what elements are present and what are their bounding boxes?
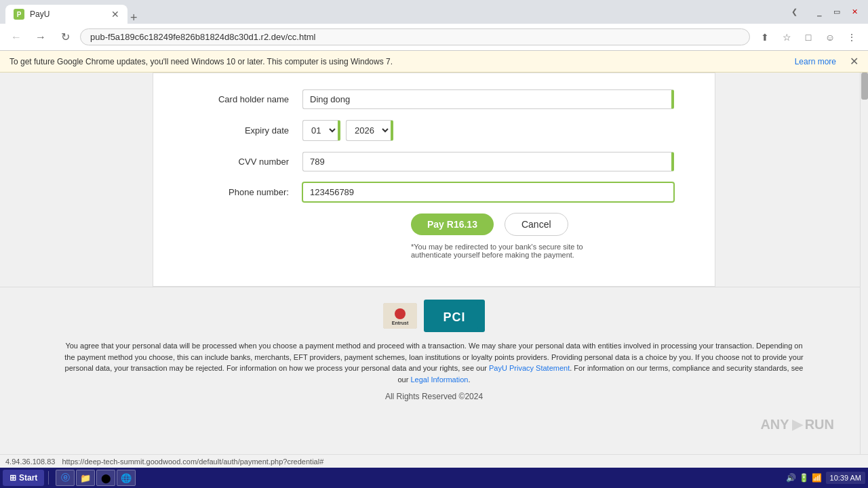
svg-text:PCI: PCI [443,310,465,324]
cvv-label: CVV number [194,157,302,167]
cardholder-row: Card holder name [153,89,715,109]
copyright: All Rights Reserved ©2024 [27,392,841,401]
edge-icon: 🌐 [121,473,132,483]
footer-logos: Entrust PCI [27,300,841,332]
legal-info-link[interactable]: Legal Information [410,375,468,384]
redirect-note: *You may be redirected to your bank's se… [411,243,614,259]
back-button[interactable]: ← [7,28,26,47]
folder-icon: 📁 [80,473,91,483]
menu-icon[interactable]: ⋮ [842,28,861,47]
close-button[interactable]: ✕ [846,6,863,18]
scrollbar-thumb[interactable] [861,73,868,100]
reload-button[interactable]: ↻ [56,28,75,47]
address-bar: ← → ↻ ⬆ ☆ □ ☺ ⋮ [0,24,868,51]
tab-scroll-btn[interactable]: ❮ [791,7,797,16]
content-area: Card holder name Expiry date 01 02 03 04 [0,73,868,473]
phone-row: Phone number: [153,182,715,202]
tray-icon-3: 📶 [812,473,822,483]
svg-text:Entrust: Entrust [392,321,409,325]
tab-title: PayU [30,9,106,19]
chrome-icon: ⬤ [101,473,111,483]
taskbar-program-chrome[interactable]: ⬤ [96,470,115,486]
expiry-control: 01 02 03 04 05 06 07 08 09 10 11 12 [302,120,674,141]
expiry-label: Expiry date [194,125,302,136]
footer: Entrust PCI You agree that your personal… [0,287,868,413]
expiry-month-select[interactable]: 01 02 03 04 05 06 07 08 09 10 11 12 [302,120,340,141]
bookmark-icon[interactable]: ☆ [777,28,796,47]
start-label: Start [19,473,37,483]
phone-control [302,182,674,202]
status-ip: 4.94.36.108.83 [5,458,55,466]
forward-button[interactable]: → [31,28,50,47]
status-bar: 4.94.36.108.83 https://deep-tech-summit.… [0,454,868,468]
window-controls: ❮ ⎯ ▭ ✕ [791,6,863,18]
ie-icon: ⓔ [61,472,70,484]
cvv-input[interactable] [302,152,674,171]
info-bar-close[interactable]: ✕ [850,55,859,68]
taskbar-program-ie[interactable]: ⓔ [56,470,75,486]
toolbar-icons: ⬆ ☆ □ ☺ ⋮ [755,28,861,47]
restore-button[interactable]: ▭ [829,6,845,18]
info-bar-text: To get future Google Chrome updates, you… [9,57,795,66]
windows-icon: ⊞ [9,473,16,483]
svg-point-1 [395,308,406,319]
cardholder-label: Card holder name [194,94,302,104]
scrollbar-track[interactable] [860,73,868,473]
expiry-row: Expiry date 01 02 03 04 05 06 07 08 09 [153,120,715,141]
taskbar-right: 🔊 🔋 📶 10:39 AM [786,472,865,484]
start-button[interactable]: ⊞ Start [3,470,44,486]
tab-close-button[interactable]: ✕ [111,9,119,20]
browser-tab[interactable]: P PayU ✕ [5,5,127,24]
info-bar: To get future Google Chrome updates, you… [0,51,868,73]
phone-input[interactable] [302,182,674,202]
taskbar-program-edge[interactable]: 🌐 [117,470,136,486]
payment-card: Card holder name Expiry date 01 02 03 04 [153,73,715,287]
tray-icon-2: 🔋 [799,473,809,483]
cvv-row: CVV number [153,152,715,171]
expiry-year-select[interactable]: 2024 2025 2026 2027 2028 2029 2030 [346,120,393,141]
page-scroll: Card holder name Expiry date 01 02 03 04 [0,73,868,473]
pay-button[interactable]: Pay R16.13 [411,214,494,235]
taskbar-time: 10:39 AM [826,472,865,484]
address-input[interactable] [80,28,750,45]
privacy-statement-link[interactable]: PayU Privacy Statement [489,364,570,372]
taskbar: ⊞ Start ⓔ 📁 ⬤ 🌐 🔊 🔋 📶 10:39 AM [0,468,868,488]
anyrun-watermark: ANY ▶ RUN [760,416,834,432]
cancel-button[interactable]: Cancel [505,213,568,236]
cardholder-control [302,89,674,109]
taskbar-separator-1 [48,471,49,485]
cardholder-input[interactable] [302,89,674,109]
minimize-button[interactable]: ⎯ [811,6,827,18]
profile-icon[interactable]: ☺ [821,28,840,47]
footer-privacy-text-3: . [468,375,470,384]
share-icon[interactable]: ⬆ [755,28,774,47]
new-tab-button[interactable]: + [130,12,138,24]
taskbar-programs: ⓔ 📁 ⬤ 🌐 [56,470,136,486]
cvv-control [302,152,674,171]
taskbar-program-folder[interactable]: 📁 [76,470,95,486]
status-url: https://deep-tech-summit.goodwood.com/de… [62,458,323,466]
pci-logo: PCI [424,300,485,332]
taskbar-tray-icons: 🔊 🔋 📶 [786,473,822,483]
window-icon[interactable]: □ [799,28,818,47]
footer-text: You agree that your personal data will b… [61,340,807,385]
entrust-logo: Entrust [383,303,417,329]
learn-more-link[interactable]: Learn more [795,57,836,66]
button-row: Pay R16.13 Cancel *You may be redirected… [262,213,715,259]
tray-icon-1: 🔊 [786,473,796,483]
tab-favicon: P [14,9,24,20]
phone-label: Phone number: [194,187,302,197]
